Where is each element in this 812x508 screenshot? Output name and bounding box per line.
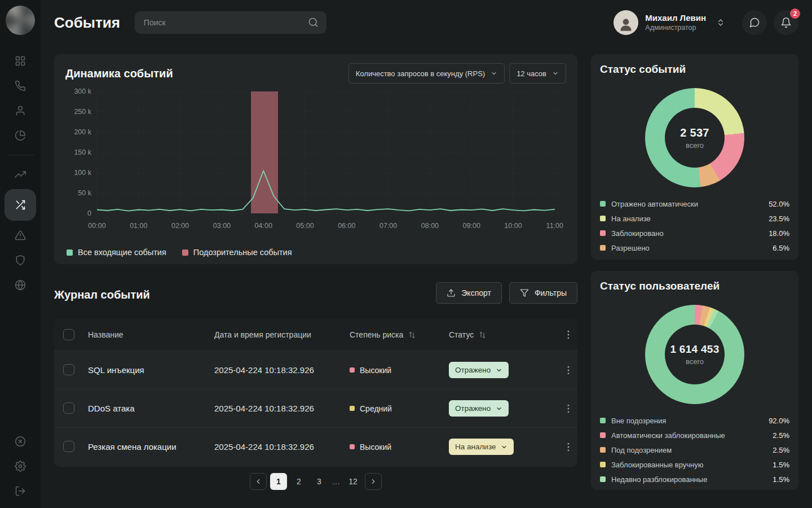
column-header-date: Дата и время регистрации — [214, 330, 350, 339]
legend-item: Недавно разблокированные1.5% — [600, 472, 789, 487]
legend-swatch — [182, 249, 188, 256]
event-date: 2025-04-224 10:18:32.926 — [214, 365, 350, 375]
row-checkbox[interactable] — [63, 441, 74, 452]
svg-text:02:00: 02:00 — [171, 222, 189, 230]
dashboard-grid-icon — [15, 55, 26, 67]
sidebar-item-security[interactable] — [8, 250, 33, 270]
svg-text:07:00: 07:00 — [379, 222, 397, 230]
legend-item: Подозрительные события — [182, 248, 292, 257]
legend-value: 6.5% — [773, 244, 789, 252]
column-header-risk: Степень риска — [350, 330, 449, 339]
legend-label: Под подозрением — [611, 446, 773, 454]
status-select[interactable]: Отражено — [449, 362, 509, 378]
sort-icon[interactable] — [478, 331, 487, 339]
legend-item: Отражено автоматически52.0% — [600, 196, 789, 211]
pagination-page-1[interactable]: 1 — [270, 473, 287, 490]
sidebar-item-alerts[interactable] — [8, 225, 33, 246]
page-title: События — [54, 14, 120, 32]
logout-icon — [15, 485, 26, 497]
legend-label: Заблокированные вручную — [611, 461, 773, 469]
events-status-card: Статус событий 2 537 всего Отражено авто… — [591, 54, 798, 260]
pagination-page-3[interactable]: 3 — [311, 473, 328, 490]
svg-text:06:00: 06:00 — [338, 222, 355, 230]
search-input-wrap — [135, 11, 326, 34]
svg-text:01:00: 01:00 — [130, 222, 147, 230]
svg-text:11:00: 11:00 — [546, 222, 563, 230]
status-label: Отражено — [455, 404, 491, 413]
legend-label: Все входящие события — [78, 248, 166, 257]
metric-select[interactable]: Количество запросов в секунду (RPS) — [348, 63, 505, 84]
sort-icon[interactable] — [408, 331, 416, 339]
column-header-name: Название — [88, 330, 214, 339]
pagination-page-2[interactable]: 2 — [290, 473, 307, 490]
chevron-down-icon — [496, 405, 502, 412]
shuffle-icon — [15, 199, 26, 211]
sidebar-item-network[interactable] — [8, 275, 33, 295]
status-select[interactable]: На анализе — [449, 439, 514, 455]
filters-button[interactable]: Фильтры — [509, 282, 577, 304]
risk-swatch — [350, 367, 355, 373]
events-line-chart: 300 k250 k200 k150 k100 k50 k000:0001:00… — [62, 86, 568, 234]
legend-label: Вне подозрения — [611, 417, 769, 425]
sidebar-item-analytics[interactable] — [8, 164, 33, 185]
row-checkbox[interactable] — [63, 364, 74, 375]
select-all-checkbox[interactable] — [63, 329, 74, 340]
notifications-button[interactable]: 2 — [774, 10, 798, 35]
status-select[interactable]: Отражено — [449, 400, 509, 417]
legend-swatch — [600, 201, 606, 207]
phone-icon — [15, 80, 26, 91]
messages-button[interactable] — [742, 10, 767, 35]
risk-label: Высокий — [360, 443, 391, 452]
legend-item: Вне подозрения92.0% — [600, 413, 789, 428]
user-menu[interactable]: Михаил Левин Администратор — [614, 10, 735, 35]
sidebar-item-dashboard[interactable] — [8, 51, 33, 71]
table-menu-kebab-icon[interactable] — [563, 329, 574, 340]
filter-icon — [520, 288, 529, 297]
pagination-next-button[interactable] — [365, 473, 382, 490]
row-menu-kebab-icon[interactable] — [563, 441, 574, 453]
user-name: Михаил Левин — [645, 13, 706, 24]
app-logo[interactable] — [6, 6, 35, 35]
row-menu-kebab-icon[interactable] — [563, 365, 574, 376]
alert-triangle-icon — [15, 230, 26, 241]
sidebar-item-reports[interactable] — [8, 125, 33, 146]
search-input[interactable] — [135, 11, 326, 34]
legend-swatch — [600, 476, 606, 482]
legend-item: Автоматически заблокированные2.5% — [600, 428, 789, 443]
range-select-value: 12 часов — [517, 69, 546, 78]
events-dynamics-card: Динамика событий Количество запросов в с… — [54, 54, 577, 264]
sidebar-item-calls[interactable] — [8, 76, 33, 96]
donut-total-label: всего — [686, 141, 704, 150]
chevrons-up-down-icon[interactable] — [716, 18, 725, 27]
sidebar-item-events-active[interactable] — [5, 189, 36, 221]
table-row: DDoS атака 2025-04-224 10:18:32.926 Сред… — [54, 389, 577, 427]
pagination-prev-button[interactable] — [250, 473, 267, 490]
avatar — [614, 10, 638, 35]
range-select[interactable]: 12 часов — [509, 63, 566, 84]
sidebar-item-settings[interactable] — [8, 456, 33, 476]
export-button[interactable]: Экспорт — [436, 282, 502, 304]
pagination-page-12[interactable]: 12 — [345, 473, 361, 490]
svg-text:250 k: 250 k — [74, 108, 91, 116]
sidebar-item-blocklist[interactable] — [8, 431, 33, 452]
legend-label: Подозрительные события — [193, 248, 292, 257]
legend-value: 2.5% — [773, 431, 789, 440]
legend-item: На анализе23.5% — [600, 211, 789, 226]
svg-text:10:00: 10:00 — [504, 222, 522, 230]
row-menu-kebab-icon[interactable] — [563, 403, 574, 414]
column-header-status: Статус — [449, 330, 559, 339]
risk-swatch — [350, 444, 355, 449]
sidebar-item-users[interactable] — [8, 100, 33, 121]
legend-value: 1.5% — [773, 475, 789, 484]
user-role: Администратор — [645, 24, 706, 33]
table-header-row: Название Дата и время регистрации Степен… — [54, 319, 577, 351]
svg-text:300 k: 300 k — [74, 87, 91, 95]
donut-total-label: всего — [686, 357, 704, 366]
chat-bubble-icon — [749, 17, 760, 28]
row-checkbox[interactable] — [63, 402, 74, 414]
sidebar-item-logout[interactable] — [8, 481, 33, 501]
chevron-right-icon — [369, 478, 377, 485]
metric-select-value: Количество запросов в секунду (RPS) — [356, 69, 485, 78]
svg-text:03:00: 03:00 — [213, 222, 231, 230]
chevron-down-icon — [496, 367, 502, 374]
